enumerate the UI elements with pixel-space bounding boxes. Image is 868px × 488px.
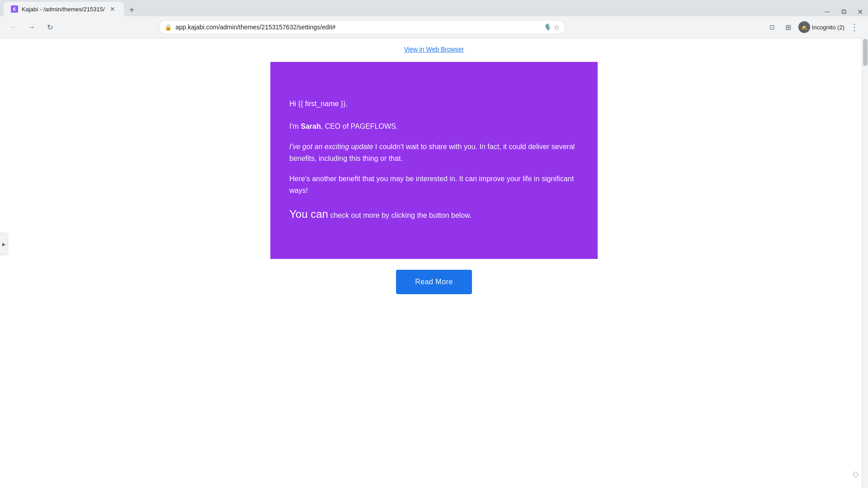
tab-title: Kajabi - /admin/themes/215315/ [22, 6, 105, 13]
tab-close-button[interactable]: ✕ [108, 5, 117, 13]
email-intro: I'm Sarah, CEO of PAGEFLOWS. [289, 121, 579, 132]
email-body-1: I've got an exciting update I couldn't w… [289, 141, 579, 164]
body3-large: You can [289, 208, 328, 220]
incognito-label: Incognito (2) [812, 24, 844, 31]
url-text: app.kajabi.com/admin/themes/2153157632/s… [175, 23, 540, 31]
scrollbar[interactable] [862, 38, 868, 488]
window-controls: ─ ⧉ ✕ [823, 8, 864, 16]
collapse-handle[interactable]: ▶ [0, 233, 8, 255]
read-more-button[interactable]: Read More [396, 270, 472, 294]
view-in-browser-link[interactable]: View in Web Browser [404, 46, 464, 53]
diamond-cursor: ◇ [853, 469, 859, 479]
forward-button[interactable]: → [25, 21, 38, 33]
scrollbar-thumb [863, 39, 868, 66]
browser-chrome: K Kajabi - /admin/themes/215315/ ✕ + ─ ⧉… [0, 0, 868, 38]
email-preview-container: Hi {{ first_name }}, I'm Sarah, CEO of P… [270, 62, 598, 259]
bookmark-icon[interactable]: ⊞ [782, 21, 795, 33]
address-bar[interactable]: 🔒 app.kajabi.com/admin/themes/2153157632… [159, 20, 566, 34]
no-camera-icon: 🎙️ [544, 23, 552, 31]
back-button[interactable]: ← [7, 21, 20, 33]
email-greeting: Hi {{ first_name }}, [289, 98, 579, 110]
intro-prefix: I'm [289, 122, 301, 130]
menu-icon[interactable]: ⋮ [848, 21, 861, 33]
close-window-button[interactable]: ✕ [855, 8, 864, 16]
lock-icon: 🔒 [165, 24, 172, 31]
minimize-button[interactable]: ─ [823, 8, 832, 16]
restore-button[interactable]: ⧉ [839, 8, 848, 16]
tab-favicon: K [11, 5, 18, 13]
new-tab-button[interactable]: + [126, 4, 138, 16]
address-bar-actions: 🎙️ ☆ [544, 23, 560, 32]
address-bar-row: ← → ↻ 🔒 app.kajabi.com/admin/themes/2153… [0, 16, 868, 38]
body1-italic: I've got an exciting update [289, 143, 373, 150]
page-content: View in Web Browser Hi {{ first_name }},… [0, 38, 868, 488]
incognito-avatar: 🕵 [798, 21, 810, 33]
active-tab[interactable]: K Kajabi - /admin/themes/215315/ ✕ [4, 2, 124, 16]
intro-name: Sarah [301, 122, 321, 130]
incognito-profile[interactable]: 🕵 Incognito (2) [798, 21, 844, 33]
tab-bar: K Kajabi - /admin/themes/215315/ ✕ + ─ ⧉… [0, 0, 868, 16]
body3-rest: check out more by clicking the button be… [328, 211, 472, 219]
email-body-2: Here's another benefit that you may be i… [289, 173, 579, 196]
reload-button[interactable]: ↻ [43, 21, 56, 33]
collapse-icon: ▶ [2, 242, 6, 247]
intro-suffix: , CEO of PAGEFLOWS. [321, 122, 398, 130]
email-body-3: You can check out more by clicking the b… [289, 206, 579, 223]
star-icon[interactable]: ☆ [553, 23, 560, 32]
toolbar-right: ⊡ ⊞ 🕵 Incognito (2) ⋮ [766, 21, 861, 33]
extension-icon[interactable]: ⊡ [766, 21, 778, 33]
